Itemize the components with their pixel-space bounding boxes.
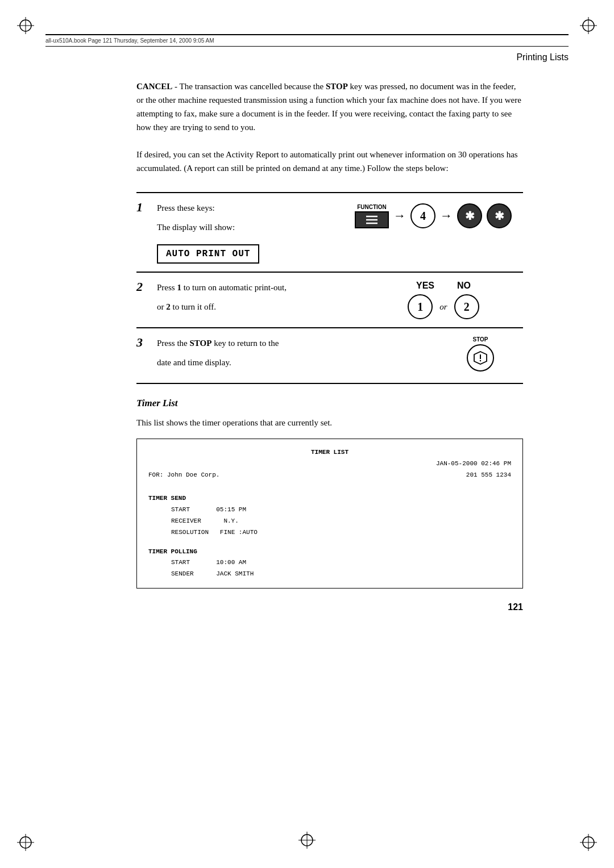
activity-paragraph: If desired, you can set the Activity Rep… [136, 148, 523, 175]
timer-list-for-row: FOR: John Doe Corp. 201 555 1234 [148, 470, 511, 481]
phone-number: 201 555 1234 [466, 470, 511, 481]
step-1-row: 1 Press these keys: The display will sho… [136, 201, 523, 264]
timer-list-section: Timer List This list shows the timer ope… [136, 398, 523, 589]
step-3-number: 3 [136, 335, 157, 350]
stop-key-container: STOP [455, 336, 523, 372]
page-title: Printing Lists [45, 52, 569, 62]
stop-button[interactable] [467, 344, 494, 372]
no-label: NO [457, 281, 471, 291]
yes-label: YES [416, 281, 434, 291]
corner-mark-tr [580, 17, 597, 34]
key-sequence: FUNCTION → 4 → [355, 203, 512, 228]
page-number: 121 [136, 602, 523, 612]
step-1-display-label: The display will show: [157, 220, 259, 234]
top-header: all-ux510A.book Page 121 Thursday, Septe… [45, 34, 569, 47]
svg-point-20 [480, 360, 481, 361]
function-key[interactable] [355, 211, 389, 228]
step-1-number: 1 [136, 200, 157, 215]
function-label: FUNCTION [355, 204, 389, 210]
key-2[interactable]: 2 [454, 294, 479, 319]
timer-send-resolution: RESOLUTION FINE :AUTO [148, 527, 511, 539]
timer-send-receiver: RECEIVER N.Y. [148, 516, 511, 527]
file-info: all-ux510A.book Page 121 Thursday, Septe… [45, 37, 214, 44]
corner-mark-br [580, 834, 597, 851]
step-2-text-1: Press 1 to turn on automatic print-out, [157, 281, 287, 294]
timer-polling-label: TIMER POLLING [148, 546, 511, 558]
step-1-section: 1 Press these keys: The display will sho… [136, 192, 523, 272]
cancel-bold: CANCEL [136, 82, 172, 91]
or-text: or [439, 302, 447, 312]
timer-list-date: JAN-05-2000 02:46 PM [148, 458, 511, 470]
timer-polling-sender: SENDER JACK SMITH [148, 569, 511, 580]
cancel-text1: - The transaction was cancelled because … [172, 82, 326, 91]
yes-no-labels: YES NO [416, 281, 471, 291]
key-star-2[interactable]: ✱ [487, 203, 512, 228]
stop-label: STOP [472, 336, 488, 343]
step-3-content: Press the STOP key to return to the date… [157, 336, 523, 375]
step-3-row: 3 Press the STOP key to return to the da… [136, 336, 523, 375]
step-3-text-2: date and time display. [157, 356, 279, 369]
key-1[interactable]: 1 [408, 294, 433, 319]
step-3-section: 3 Press the STOP key to return to the da… [136, 327, 523, 384]
timer-list-title: Timer List [136, 398, 523, 409]
step-3-text: Press the STOP key to return to the [157, 336, 279, 350]
step-1-graphic: FUNCTION → 4 → [352, 201, 523, 228]
key-4[interactable]: 4 [410, 203, 435, 228]
arrow-icon-2: → [440, 208, 453, 223]
step-2-graphic: YES NO 1 or 2 [375, 281, 523, 319]
step-2-row: 2 Press 1 to turn on automatic print-out… [136, 281, 523, 319]
timer-send-start: START 05:15 PM [148, 504, 511, 516]
function-key-group: FUNCTION [355, 204, 389, 228]
timer-polling-start: START 10:00 AM [148, 557, 511, 569]
display-box: AUTO PRINT OUT [157, 244, 259, 264]
step-2-number: 2 [136, 279, 157, 294]
timer-list-box: TIMER LIST JAN-05-2000 02:46 PM FOR: Joh… [136, 439, 523, 589]
timer-send-label: TIMER SEND [148, 493, 511, 504]
step-1-content: Press these keys: The display will show:… [157, 201, 523, 264]
corner-mark-bl [17, 834, 34, 851]
corner-mark-tl [17, 17, 34, 34]
step-2-content: Press 1 to turn on automatic print-out, … [157, 281, 523, 319]
arrow-icon: → [393, 208, 406, 223]
bottom-center-mark [298, 832, 316, 851]
timer-list-paragraph: This list shows the timer operations tha… [136, 416, 523, 429]
cancel-section: CANCEL - The transaction was cancelled b… [136, 80, 523, 134]
step-1-text: Press these keys: [157, 201, 259, 215]
stop-bold: STOP [326, 82, 348, 91]
step-2-section: 2 Press 1 to turn on automatic print-out… [136, 272, 523, 327]
key-star-1[interactable]: ✱ [457, 203, 482, 228]
step-2-text-2: or 2 to turn it off. [157, 300, 287, 314]
for-label: FOR: John Doe Corp. [148, 470, 219, 481]
timer-list-header: TIMER LIST [148, 447, 511, 458]
yes-no-keys: 1 or 2 [408, 294, 479, 319]
